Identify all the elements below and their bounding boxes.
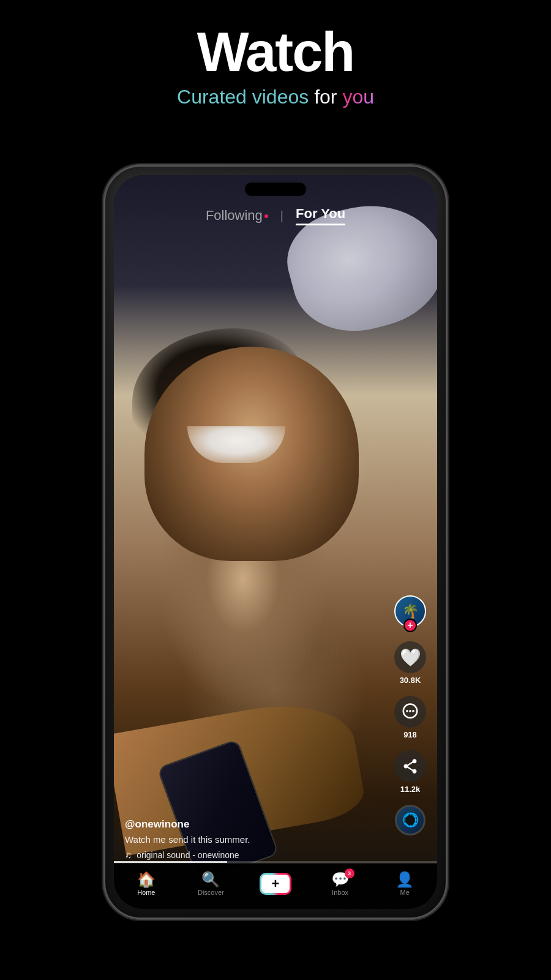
like-action[interactable]: 🤍 30.8K xyxy=(394,641,426,685)
share-action[interactable]: 11.2k xyxy=(394,750,426,794)
like-button[interactable]: 🤍 xyxy=(394,641,426,673)
subtitle-you: you xyxy=(342,86,374,108)
comment-count: 918 xyxy=(403,730,417,739)
avatar-container[interactable]: 🌴 + xyxy=(394,595,426,627)
comment-button[interactable] xyxy=(394,696,426,728)
discover-icon: 🔍 xyxy=(201,872,220,887)
profile-icon: 👤 xyxy=(395,872,414,887)
tab-foryou[interactable]: For You xyxy=(296,206,345,225)
heart-icon: 🤍 xyxy=(400,647,421,668)
tab-foryou-underline xyxy=(296,224,345,225)
header-subtitle: Curated videos for you xyxy=(0,86,551,108)
nav-home-label: Home xyxy=(137,889,155,896)
camera-notch xyxy=(245,183,306,196)
home-icon: 🏠 xyxy=(137,872,156,887)
video-description: Watch me send it this summer. xyxy=(125,834,388,845)
tab-following[interactable]: Following xyxy=(206,208,268,224)
create-button[interactable]: + xyxy=(260,873,291,895)
nav-discover[interactable]: 🔍 Discover xyxy=(192,872,229,896)
phone-shell: Following | For You 🌴 + xyxy=(104,165,447,919)
bottom-nav: 🏠 Home 🔍 Discover + 💬 xyxy=(114,863,437,909)
avatar-icon: 🌴 xyxy=(402,603,419,619)
action-bar: 🌴 + 🤍 30.8K xyxy=(394,595,426,835)
nav-me[interactable]: 👤 Me xyxy=(386,872,423,896)
share-count: 11.2k xyxy=(400,785,421,794)
video-background[interactable] xyxy=(114,175,437,909)
phone-screen: Following | For You 🌴 + xyxy=(114,175,437,909)
nav-home[interactable]: 🏠 Home xyxy=(128,872,165,896)
comment-action[interactable]: 918 xyxy=(394,696,426,739)
music-planet-icon: 🌐 xyxy=(402,812,419,828)
video-username[interactable]: @onewinone xyxy=(125,818,388,831)
svg-point-1 xyxy=(406,710,408,712)
header: Watch Curated videos for you xyxy=(0,0,551,127)
music-disc-action[interactable]: 🌐 xyxy=(395,805,425,835)
share-button[interactable] xyxy=(394,750,426,782)
music-note-icon: ♫ xyxy=(125,850,132,860)
tab-bar: Following | For You xyxy=(114,206,437,225)
nav-discover-label: Discover xyxy=(198,889,224,896)
plus-icon: + xyxy=(272,877,280,891)
follow-plus-button[interactable]: + xyxy=(403,619,417,632)
sound-info[interactable]: ♫ original sound - onewinone xyxy=(125,850,388,860)
nav-me-label: Me xyxy=(400,889,410,896)
svg-point-3 xyxy=(412,710,414,712)
music-disc: 🌐 xyxy=(395,805,425,835)
inbox-badge-container: 💬 3 xyxy=(331,872,350,887)
nav-inbox[interactable]: 💬 3 Inbox xyxy=(322,872,359,896)
bottom-info: @onewinone Watch me send it this summer.… xyxy=(125,818,388,860)
phone-frame: Following | For You 🌴 + xyxy=(104,165,447,919)
inbox-badge-count: 3 xyxy=(345,869,354,878)
subtitle-curated: Curated videos xyxy=(177,86,309,108)
notification-dot xyxy=(264,214,268,218)
nav-inbox-label: Inbox xyxy=(332,889,348,896)
like-count: 30.8K xyxy=(400,676,421,685)
nav-create[interactable]: + xyxy=(257,873,294,895)
share-icon xyxy=(402,758,419,775)
sound-text: original sound - onewinone xyxy=(137,850,239,860)
svg-point-2 xyxy=(409,710,411,712)
tab-divider: | xyxy=(280,209,283,223)
subtitle-for-word: for xyxy=(314,86,337,108)
page-title: Watch xyxy=(0,24,551,80)
comment-icon xyxy=(401,703,419,721)
